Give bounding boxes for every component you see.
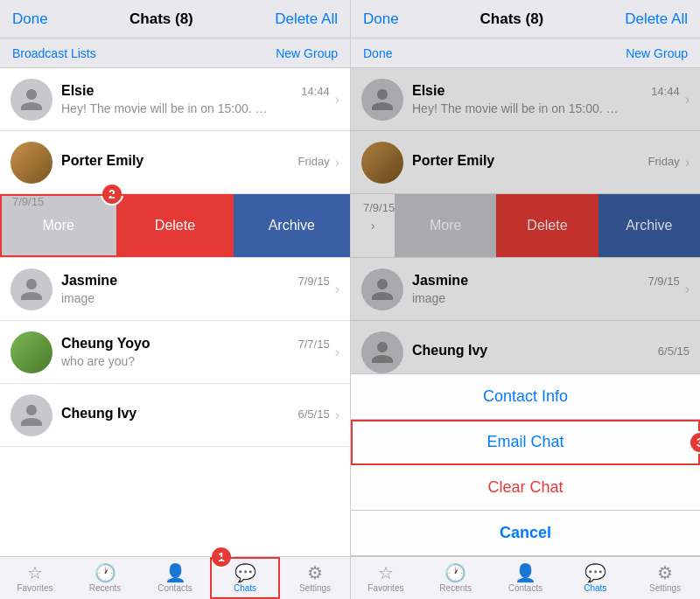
chat-content-elsie: Elsie 14:44 Hey! The movie will be in on… [61,83,330,115]
right-tab-favorites[interactable]: ☆ Favorites [351,564,421,593]
tab-recents[interactable]: 🕐 Recents [70,564,140,593]
chevron-icon-cheung-yoyo: › [335,345,340,360]
chat-preview-jasmine: image [61,291,271,305]
tab-settings[interactable]: ⚙ Settings [280,564,350,593]
chat-time-cheung-yoyo: 7/7/15 [298,338,330,351]
right-more-action-button: More [395,194,496,257]
left-broadcast-bar: Broadcast Lists New Group [0,38,350,68]
left-tab-bar: 1 ☆ Favorites 🕐 Recents 👤 Contacts 💬 Cha… [0,556,350,599]
chevron-icon-jasmine: › [335,282,340,297]
right-chat-item-jasmine: Jasmine 7/9/15 image › [351,258,700,321]
right-chat-time-cheung-ivy: 6/5/15 [658,345,690,358]
chat-content-jasmine: Jasmine 7/9/15 image [61,273,330,305]
right-tab-contacts[interactable]: 👤 Contacts [491,564,561,593]
tab-recents-label: Recents [89,583,122,593]
tab-contacts[interactable]: 👤 Contacts [140,564,210,593]
right-tab-contacts-label: Contacts [508,583,542,593]
new-group-link[interactable]: New Group [276,46,338,60]
left-delete-all-button[interactable]: Delete All [275,10,338,28]
broadcast-lists-link[interactable]: Broadcast Lists [12,46,96,60]
favorites-icon: ☆ [27,564,43,582]
right-tab-settings[interactable]: ⚙ Settings [630,564,700,593]
right-archive-action-button: Archive [598,194,700,257]
left-chat-list: Elsie 14:44 Hey! The movie will be in on… [0,68,350,556]
email-chat-container: Email Chat 3 [351,420,700,465]
chat-content-porter-emily: Porter Emily Friday [61,153,330,171]
left-done-button[interactable]: Done [12,10,48,28]
right-tab-settings-label: Settings [649,583,681,593]
email-chat-button[interactable]: Email Chat [351,420,700,465]
chat-item-elsie[interactable]: Elsie 14:44 Hey! The movie will be in on… [0,68,350,131]
chat-time-elsie: 14:44 [301,85,330,98]
chat-preview-elsie: Hey! The movie will be in on 15:00. Hurr… [61,101,271,115]
chat-name-jasmine: Jasmine [61,273,117,289]
chat-time-porter-emily: Friday [298,155,330,168]
tab-settings-label: Settings [299,583,331,593]
chat-name-cheung-ivy: Cheung Ivy [61,406,136,421]
chat-name-porter-emily: Porter Emily [61,153,144,169]
chat-item-jasmine[interactable]: Jasmine 7/9/15 image › [0,258,350,321]
right-chevron-porter-emily: › [685,155,690,171]
right-chats-icon: 💬 [584,564,606,582]
step2-badge: 2 [101,183,123,205]
clear-chat-button[interactable]: Clear Chat [351,465,700,511]
chat-time-jasmine: 7/9/15 [298,275,330,288]
right-tab-chats[interactable]: 💬 Chats [560,564,630,593]
chevron-icon-elsie: › [335,92,340,108]
right-title: Chats (8) [480,10,544,28]
swipe-date-label: 7/9/15 [12,195,44,208]
step1-badge-container: 1 [210,546,233,568]
right-settings-icon: ⚙ [657,564,673,582]
right-delete-all-button[interactable]: Delete All [625,10,688,28]
right-tab-recents-label: Recents [439,583,472,593]
settings-icon: ⚙ [307,564,323,582]
action-sheet: Contact Info Email Chat 3 Clear Chat Can… [351,373,700,556]
right-swipe-action-row: 7/9/15 › More Delete Archive [351,194,700,258]
chat-item-cheung-ivy[interactable]: Cheung Ivy 6/5/15 › [0,384,350,447]
contacts-icon: 👤 [164,564,186,582]
right-done-button[interactable]: Done [363,10,399,28]
avatar-elsie [10,79,52,121]
right-tab-recents[interactable]: 🕐 Recents [421,564,491,593]
contact-info-button[interactable]: Contact Info [351,374,700,420]
right-chat-item-elsie: Elsie 14:44 Hey! The movie will be in on… [351,68,700,131]
right-chat-time-elsie: 14:44 [651,85,680,98]
cancel-button[interactable]: Cancel [351,511,700,556]
chat-preview-cheung-yoyo: who are you? [61,354,271,368]
right-chat-name-jasmine: Jasmine [412,273,468,289]
recents-icon: 🕐 [94,564,116,582]
chat-content-cheung-ivy: Cheung Ivy 6/5/15 [61,406,330,424]
step3-badge-container: 3 [689,431,700,454]
delete-action-button[interactable]: Delete [116,194,233,257]
right-chat-preview-jasmine: image [412,291,622,305]
right-avatar-cheung-ivy [361,331,403,373]
right-new-group-link[interactable]: New Group [626,46,688,60]
right-tab-favorites-label: Favorites [368,583,403,593]
right-chat-name-porter-emily: Porter Emily [412,153,494,169]
chat-item-porter-emily[interactable]: Porter Emily Friday › [0,131,350,194]
chat-item-cheung-yoyo[interactable]: Cheung Yoyo 7/7/15 who are you? › [0,321,350,384]
chats-icon: 💬 [234,564,256,582]
avatar-porter-emily [10,142,52,184]
right-avatar-elsie [361,79,403,121]
right-broadcast-lists-link[interactable]: Done [363,46,392,60]
swipe-action-row: 2 7/9/15 More Delete Archive [0,194,350,258]
step1-badge: 1 [210,546,233,568]
tab-chats-label: Chats [234,583,256,593]
right-chat-preview-elsie: Hey! The movie will be in on 15:00. Hurr… [412,101,622,115]
step3-badge: 3 [689,431,700,454]
tab-contacts-label: Contacts [158,583,192,593]
chat-name-cheung-yoyo: Cheung Yoyo [61,336,150,352]
right-chevron-elsie: › [685,92,690,108]
right-chat-name-elsie: Elsie [412,83,444,99]
avatar-jasmine [10,268,52,310]
tab-favorites[interactable]: ☆ Favorites [0,564,70,593]
right-chevron-jasmine: › [685,282,690,297]
right-chat-item-porter-emily: Porter Emily Friday › [351,131,700,194]
avatar-cheung-ivy [10,394,52,436]
archive-action-button[interactable]: Archive [234,194,350,257]
left-panel: Done Chats (8) Delete All Broadcast List… [0,0,350,599]
right-delete-action-button: Delete [496,194,598,257]
right-contacts-icon: 👤 [514,564,536,582]
chat-time-cheung-ivy: 6/5/15 [298,407,330,421]
